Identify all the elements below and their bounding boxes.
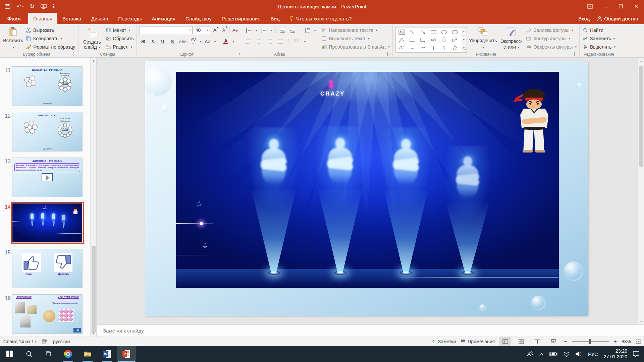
replace-button[interactable]: abЗаменить▾ bbox=[582, 35, 615, 42]
tab-animations[interactable]: Анимация bbox=[147, 13, 180, 24]
layout-button[interactable]: Макет▾ bbox=[105, 27, 134, 34]
shape-rectangle-icon[interactable] bbox=[428, 28, 439, 36]
shape-arc-icon[interactable] bbox=[407, 44, 418, 52]
comments-toggle-button[interactable]: Примечания bbox=[461, 339, 495, 344]
shapes-gallery-more-icon[interactable]: ▼̲ bbox=[461, 44, 467, 52]
find-button[interactable]: Найти bbox=[582, 27, 615, 34]
columns-dropdown-icon[interactable]: ▾ bbox=[304, 40, 306, 43]
reading-view-button[interactable] bbox=[532, 337, 543, 346]
shape-effects-button[interactable]: Эффекты фигуры▾ bbox=[526, 44, 577, 50]
shape-outline-button[interactable]: Контур фигуры▾ bbox=[526, 35, 577, 42]
convert-smartart-button[interactable]: Преобразовать в SmartArt▾ bbox=[321, 44, 389, 50]
decrease-indent-button[interactable] bbox=[279, 27, 286, 34]
shape-scribble-icon[interactable] bbox=[396, 44, 407, 52]
shape-corner-icon[interactable] bbox=[449, 36, 460, 44]
wifi-icon[interactable] bbox=[563, 352, 570, 357]
shapes-gallery-scrollbar[interactable]: ▲ ▼ ▼̲ bbox=[461, 27, 467, 53]
tab-slideshow[interactable]: Слайд-шоу bbox=[180, 13, 217, 24]
grow-font-button[interactable]: А▲ bbox=[211, 26, 219, 34]
font-name-combo[interactable]: ▾ bbox=[140, 26, 193, 34]
slide-15-thumbnail[interactable]: Лайк Дизлайк bbox=[12, 249, 83, 288]
slideshow-view-button[interactable] bbox=[548, 337, 559, 346]
sign-in-link[interactable]: Вход bbox=[578, 16, 590, 21]
align-text-dropdown-icon[interactable]: ▾ bbox=[368, 37, 369, 40]
underline-button[interactable]: Ч bbox=[159, 38, 166, 45]
spellcheck-icon[interactable] bbox=[42, 339, 48, 344]
slide-11-thumbnail[interactable]: ЦЕОЛИТЫ ГРУППЫ А Кольцо из8 атомов 4,1 Å… bbox=[12, 66, 83, 106]
shape-elbow-arrow-connector-icon[interactable] bbox=[418, 36, 428, 44]
shape-fill-dropdown-icon[interactable]: ▾ bbox=[572, 28, 574, 32]
tab-view[interactable]: Вид bbox=[266, 13, 285, 24]
cut-button[interactable]: Вырезать bbox=[25, 27, 75, 34]
text-direction-dropdown-icon[interactable]: ▾ bbox=[376, 28, 377, 32]
paragraph-dialog-launcher[interactable] bbox=[387, 52, 391, 56]
align-text-button[interactable]: Выровнять текст▾ bbox=[321, 35, 389, 42]
shape-arrow-icon[interactable] bbox=[418, 28, 428, 36]
redo-button[interactable]: ↻ bbox=[30, 3, 35, 10]
select-dropdown-icon[interactable]: ▾ bbox=[614, 45, 616, 49]
change-case-button[interactable]: Aa bbox=[204, 38, 211, 45]
editor-scrollbar-thumb[interactable] bbox=[639, 66, 643, 167]
reset-button[interactable]: Сбросить bbox=[105, 35, 134, 42]
shape-right-brace-icon[interactable]: } bbox=[439, 44, 449, 52]
bullets-button[interactable] bbox=[245, 27, 252, 34]
text-shadow-button[interactable]: S bbox=[169, 38, 176, 45]
taskbar-word-icon[interactable]: W bbox=[97, 346, 117, 362]
copy-dropdown-icon[interactable]: ▾ bbox=[61, 37, 62, 40]
new-slide-button[interactable]: Создать слайд ▾ bbox=[81, 26, 103, 51]
align-left-button[interactable] bbox=[245, 38, 252, 45]
change-case-dropdown-icon[interactable]: ▾ bbox=[214, 40, 216, 43]
shape-line-icon[interactable] bbox=[407, 28, 418, 36]
shrink-font-button[interactable]: А▼ bbox=[220, 26, 227, 34]
italic-button[interactable]: К bbox=[149, 38, 157, 45]
shape-left-brace-icon[interactable]: { bbox=[428, 44, 439, 52]
paste-button[interactable]: Вставить ▾ bbox=[3, 26, 23, 51]
taskbar-chrome-icon[interactable] bbox=[58, 346, 78, 362]
tab-review[interactable]: Рецензирование bbox=[217, 13, 266, 24]
zoom-in-button[interactable]: + bbox=[613, 338, 617, 345]
font-color-dropdown-icon[interactable]: ▾ bbox=[232, 40, 234, 43]
current-slide-canvas[interactable]: CRAZY ☆ bbox=[145, 61, 588, 316]
shapes-scroll-down-icon[interactable]: ▼ bbox=[461, 36, 467, 44]
slide-14-thumbnail[interactable]: CRAZY bbox=[12, 203, 83, 243]
panel-scroll-down-icon[interactable]: ▼ bbox=[91, 331, 97, 337]
task-view-button[interactable] bbox=[39, 346, 58, 362]
panel-scroll-up-icon[interactable]: ▲ bbox=[91, 58, 97, 64]
language-status[interactable]: русский bbox=[53, 339, 70, 344]
tab-file[interactable]: Файл bbox=[0, 13, 28, 24]
clear-formatting-button[interactable]: A bbox=[232, 26, 239, 34]
paste-dropdown-icon[interactable]: ▾ bbox=[13, 45, 14, 51]
strikethrough-button[interactable]: abc bbox=[178, 38, 187, 45]
shape-outline-dropdown-icon[interactable]: ▾ bbox=[569, 37, 571, 40]
dance-game-image[interactable]: CRAZY ☆ bbox=[176, 72, 559, 288]
zoom-slider[interactable] bbox=[572, 341, 609, 342]
shapes-scroll-up-icon[interactable]: ▲ bbox=[461, 27, 467, 36]
editor-scroll-up-icon[interactable]: ▲ bbox=[638, 58, 644, 64]
numbering-button[interactable]: 123 bbox=[260, 27, 267, 34]
notes-pane[interactable]: Заметки к слайду bbox=[97, 324, 644, 337]
shape-curve-icon[interactable] bbox=[418, 44, 428, 52]
font-color-button[interactable]: A bbox=[222, 38, 229, 45]
arrange-dropdown-icon[interactable]: ▾ bbox=[482, 45, 484, 51]
align-center-button[interactable] bbox=[256, 38, 263, 45]
bullets-dropdown-icon[interactable]: ▾ bbox=[256, 29, 257, 32]
shape-triangle-icon[interactable] bbox=[396, 36, 407, 44]
tab-design[interactable]: Дизайн bbox=[86, 13, 113, 24]
notes-toggle-button[interactable]: Заметки bbox=[431, 339, 456, 344]
people-icon[interactable] bbox=[527, 351, 533, 357]
volume-icon[interactable] bbox=[576, 351, 582, 357]
justify-button[interactable] bbox=[277, 38, 284, 45]
numbering-dropdown-icon[interactable]: ▾ bbox=[270, 29, 272, 32]
editor-scrollbar[interactable]: ▲ ▼ bbox=[638, 58, 644, 324]
tab-home[interactable]: Главная bbox=[28, 13, 57, 24]
shape-rounded-rectangle-icon[interactable] bbox=[449, 28, 460, 36]
clipboard-dialog-launcher[interactable] bbox=[73, 52, 77, 56]
columns-button[interactable] bbox=[293, 38, 300, 45]
drawing-dialog-launcher[interactable] bbox=[574, 52, 578, 56]
normal-view-button[interactable] bbox=[499, 337, 511, 346]
arrange-button[interactable]: Упорядочить ▾ bbox=[469, 26, 497, 51]
start-button[interactable] bbox=[0, 346, 19, 362]
battery-icon[interactable] bbox=[549, 352, 557, 356]
zoom-percentage[interactable]: 83% bbox=[622, 339, 631, 344]
shape-elbow-connector-icon[interactable] bbox=[407, 36, 418, 44]
